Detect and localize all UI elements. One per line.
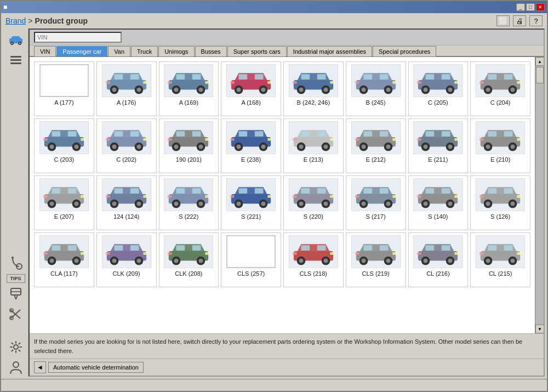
- model-item-cl216[interactable]: CL (216): [408, 232, 469, 287]
- model-item-c205[interactable]: C (205): [408, 61, 469, 116]
- svg-rect-68: [392, 81, 397, 84]
- tab-super-sports[interactable]: Super sports cars: [227, 46, 287, 56]
- model-label-s220: S (220): [304, 213, 323, 220]
- svg-rect-198: [206, 195, 210, 198]
- tab-vin[interactable]: VIN: [34, 46, 56, 56]
- scroll-up-button[interactable]: ▲: [535, 57, 544, 66]
- tab-busses[interactable]: Busses: [195, 46, 227, 56]
- svg-point-275: [174, 259, 179, 263]
- tab-passenger-car[interactable]: Passenger car: [56, 46, 107, 56]
- model-item-e211[interactable]: E (211): [408, 118, 469, 173]
- model-item-a176[interactable]: A (176): [96, 61, 157, 116]
- model-item-e210[interactable]: E (210): [470, 118, 530, 173]
- model-item-s217[interactable]: S (217): [346, 175, 406, 230]
- model-item-clk208[interactable]: CLK (208): [159, 232, 219, 287]
- model-item-s126[interactable]: S (126): [470, 175, 530, 230]
- model-item-e212[interactable]: E (212): [346, 118, 406, 173]
- brand-link[interactable]: Brand: [5, 16, 26, 25]
- svg-rect-278: [206, 252, 210, 255]
- svg-rect-203: [255, 188, 264, 194]
- scroll-thumb[interactable]: [536, 67, 544, 83]
- minimize-button[interactable]: _: [516, 3, 525, 11]
- model-item-cla117[interactable]: CLA (117): [34, 232, 94, 287]
- model-item-b242[interactable]: B (242, 246): [283, 61, 344, 116]
- svg-rect-59: [293, 81, 297, 84]
- svg-point-305: [424, 259, 428, 263]
- scroll-track[interactable]: [535, 66, 544, 325]
- model-item-s222[interactable]: S (222): [159, 175, 219, 230]
- tab-truck[interactable]: Truck: [131, 46, 158, 56]
- svg-point-117: [199, 145, 203, 149]
- svg-rect-159: [417, 138, 421, 141]
- svg-rect-312: [488, 245, 497, 251]
- nav-back-button[interactable]: ◄: [34, 361, 46, 373]
- svg-point-35: [174, 88, 179, 92]
- svg-rect-318: [517, 252, 521, 255]
- svg-rect-309: [417, 252, 421, 255]
- close-button[interactable]: ✕: [536, 3, 545, 11]
- svg-rect-279: [168, 252, 172, 255]
- model-item-cls257[interactable]: CLS (257): [221, 232, 281, 287]
- svg-rect-302: [426, 245, 435, 251]
- svg-rect-238: [455, 195, 459, 198]
- tab-industrial[interactable]: Industrial major assemblies: [287, 46, 372, 56]
- svg-point-65: [361, 88, 366, 92]
- model-item-c204[interactable]: C (204): [470, 61, 530, 116]
- scroll-down-button[interactable]: ▼: [535, 325, 544, 333]
- svg-rect-228: [392, 195, 397, 198]
- tips-button[interactable]: TIPS: [7, 274, 25, 283]
- tab-van[interactable]: Van: [108, 46, 130, 56]
- gear-icon-button[interactable]: [7, 338, 25, 356]
- scrollbar[interactable]: ▲ ▼: [535, 57, 544, 333]
- svg-point-207: [261, 202, 266, 206]
- svg-rect-79: [417, 81, 421, 84]
- tab-unimogs[interactable]: Unimogs: [158, 46, 194, 56]
- svg-point-145: [361, 145, 366, 149]
- maximize-button[interactable]: □: [526, 3, 535, 11]
- vin-input[interactable]: [34, 32, 122, 43]
- car-icon-button[interactable]: [7, 31, 25, 49]
- svg-rect-132: [301, 131, 310, 137]
- model-item-s221[interactable]: S (221): [221, 175, 281, 230]
- model-item-190_201[interactable]: 190 (201): [159, 118, 219, 173]
- model-item-cl215[interactable]: CL (215): [470, 232, 530, 287]
- model-item-124_124[interactable]: 124 (124): [96, 175, 157, 230]
- model-label-190_201: 190 (201): [176, 156, 202, 163]
- model-item-a169[interactable]: A (169): [159, 61, 219, 116]
- model-item-c203[interactable]: C (203): [34, 118, 94, 173]
- wrench-icon-button[interactable]: [7, 285, 25, 303]
- model-label-e207: E (207): [54, 213, 74, 220]
- model-item-e238[interactable]: E (238): [221, 118, 281, 173]
- svg-rect-119: [168, 138, 172, 141]
- stethoscope-icon-button[interactable]: [7, 254, 25, 272]
- model-item-a177[interactable]: A (177): [34, 61, 94, 116]
- model-item-s140[interactable]: S (140): [408, 175, 469, 230]
- svg-rect-293: [379, 245, 388, 251]
- window-action-button[interactable]: ⬜: [496, 15, 510, 26]
- svg-point-47: [261, 88, 266, 92]
- svg-point-115: [174, 145, 179, 149]
- model-item-e213[interactable]: E (213): [283, 118, 344, 173]
- tab-special[interactable]: Special procedures: [373, 46, 436, 56]
- help-button[interactable]: ?: [529, 15, 543, 26]
- model-item-e207[interactable]: E (207): [34, 175, 94, 230]
- scissors-icon-button[interactable]: [7, 305, 25, 323]
- list-icon-button[interactable]: [7, 51, 25, 70]
- svg-rect-208: [267, 195, 272, 198]
- model-label-a177: A (177): [54, 99, 73, 106]
- svg-point-185: [112, 202, 116, 206]
- model-item-clk209[interactable]: CLK (209): [96, 232, 157, 287]
- model-item-s220[interactable]: S (220): [283, 175, 344, 230]
- person-icon-button[interactable]: [7, 358, 25, 377]
- model-item-c202[interactable]: C (202): [96, 118, 157, 173]
- svg-rect-252: [52, 245, 60, 251]
- model-item-b245[interactable]: B (245): [346, 61, 406, 116]
- auto-determination-button[interactable]: Automatic vehicle determination: [48, 362, 144, 373]
- svg-point-105: [112, 145, 116, 149]
- svg-point-3: [11, 43, 13, 44]
- svg-rect-128: [267, 138, 272, 141]
- model-item-a168[interactable]: A (168): [221, 61, 281, 116]
- model-item-cls219[interactable]: CLS (219): [346, 232, 406, 287]
- model-item-cls218[interactable]: CLS (218): [283, 232, 344, 287]
- print-button[interactable]: 🖨: [513, 15, 526, 26]
